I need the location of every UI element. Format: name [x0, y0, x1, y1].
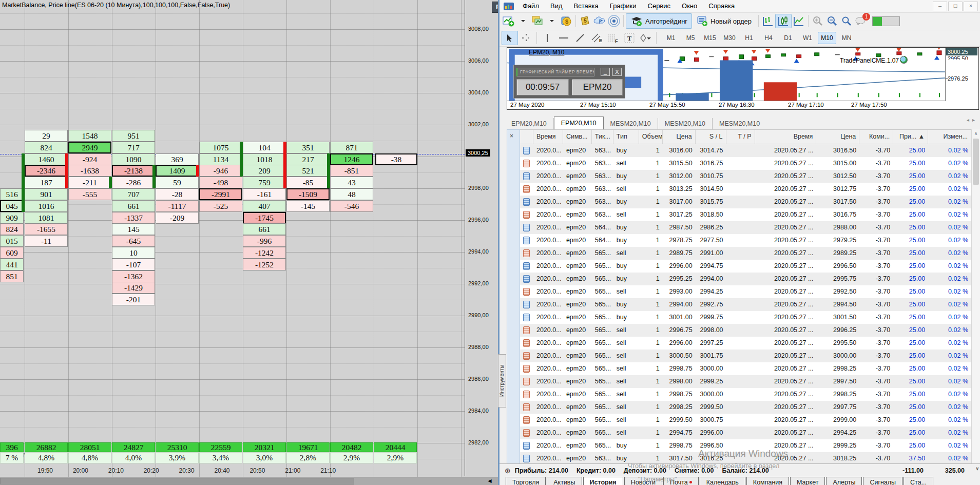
horizontal-line-tool-icon[interactable]: [555, 31, 572, 45]
table-row[interactable]: 2020.0...epm20565...buy12995.252994.0020…: [520, 273, 971, 285]
zoom-in-icon[interactable]: [811, 14, 825, 28]
column-header[interactable]: Объем: [639, 130, 663, 144]
profiles-dropdown-icon[interactable]: [545, 14, 559, 28]
minimize-icon[interactable]: –: [933, 2, 947, 11]
chart-window[interactable]: EPM20, M10 TradePanelCME.1.07 ГРАФИЧЕСКИ…: [507, 47, 979, 110]
column-header[interactable]: Цена: [816, 130, 859, 144]
toolbox-tab-сигналы[interactable]: Сигналы: [863, 477, 902, 485]
timeframe-w1[interactable]: W1: [798, 32, 817, 44]
chart-dropdown-icon[interactable]: [516, 14, 530, 28]
tab-scroll-arrows[interactable]: ◂▸: [967, 117, 978, 123]
price-chart[interactable]: MarketBalance, Price line(ES 06-20 (10 М…: [0, 0, 465, 485]
column-header[interactable]: Коми...: [859, 130, 893, 144]
text-tool-icon[interactable]: T: [621, 31, 638, 45]
column-header[interactable]: Тип: [613, 130, 639, 144]
timeframe-h1[interactable]: H1: [740, 32, 758, 44]
column-header[interactable]: Цена: [663, 130, 696, 144]
table-row[interactable]: 2020.0...epm20565...sell12998.002999.252…: [520, 375, 971, 388]
chart-tab[interactable]: EPM20,M10: [505, 118, 554, 129]
table-row[interactable]: 2020.0...epm20565...sell12996.752998.002…: [520, 324, 971, 337]
menu-item[interactable]: Вид: [545, 0, 568, 12]
menu-item[interactable]: Графики: [604, 0, 642, 12]
column-header[interactable]: Тик...: [592, 130, 613, 144]
table-row[interactable]: 2020.0...epm20563...sell13015.503016.752…: [520, 157, 971, 170]
table-row[interactable]: 2020.0...epm20565...sell13000.503001.752…: [520, 350, 971, 362]
market-watch-icon[interactable]: $: [559, 14, 573, 28]
timer-minimize-icon[interactable]: _: [601, 68, 610, 76]
toolbox-tab-активы[interactable]: Активы: [547, 477, 582, 485]
toolbox-tab-календарь[interactable]: Календарь: [700, 477, 745, 485]
price-axis[interactable]: 3000,25 3008,003006,003004,003002,002998…: [465, 0, 498, 476]
restore-icon[interactable]: □: [948, 2, 963, 11]
table-row[interactable]: 2020.0...epm20565...buy12996.002994.7520…: [520, 260, 971, 273]
toolbox-tab-история[interactable]: История: [583, 477, 623, 485]
tools-vertical-tab[interactable]: Инструменты: [498, 354, 506, 408]
vertical-line-tool-icon[interactable]: [539, 31, 555, 45]
scroll-down-icon[interactable]: ∨: [975, 466, 979, 471]
fibonacci-tool-icon[interactable]: F: [605, 31, 621, 45]
chart-tab[interactable]: MESM20,M10: [713, 118, 766, 129]
table-row[interactable]: 2020.0...epm20563...buy13012.003010.7520…: [520, 170, 971, 183]
close-icon[interactable]: ×: [964, 2, 978, 11]
timeframe-d1[interactable]: D1: [779, 32, 797, 44]
table-row[interactable]: 2020.0...epm20565...sell12994.752996.002…: [520, 426, 971, 439]
timeframe-m5[interactable]: M5: [681, 32, 700, 44]
expand-icon[interactable]: ⊕: [505, 467, 511, 475]
search-icon[interactable]: [839, 14, 854, 28]
trendline-tool-icon[interactable]: [572, 31, 588, 45]
toolbox-tab-ста...[interactable]: Ста...: [904, 477, 933, 485]
volumes-icon[interactable]: [665, 49, 819, 101]
column-header[interactable]: Время: [533, 130, 563, 144]
timeframe-m10[interactable]: M10: [818, 32, 836, 44]
column-header[interactable]: Измен...: [928, 130, 971, 144]
chart-tab[interactable]: MESM20,M10: [658, 118, 713, 129]
candlestick-type-icon[interactable]: [775, 14, 792, 28]
navigator-icon[interactable]: [592, 14, 607, 28]
toolbox-close-icon[interactable]: ×: [510, 132, 513, 140]
scroll-thumb[interactable]: [973, 139, 979, 185]
chart-time-axis[interactable]: 27 May 202027 May 15:1027 May 15:5027 Ma…: [507, 101, 946, 109]
column-header[interactable]: S / L: [696, 130, 726, 144]
table-row[interactable]: 2020.0...epm20565...buy13001.002999.7520…: [520, 311, 971, 324]
toolbox-tab-маркет[interactable]: Маркет: [790, 477, 825, 485]
table-row[interactable]: 2020.0...epm20564...buy12987.502986.2520…: [520, 221, 971, 234]
column-header[interactable]: T / P: [726, 130, 755, 144]
timeframe-m15[interactable]: M15: [701, 32, 719, 44]
table-row[interactable]: 2020.0...epm20563...sell13017.253018.502…: [520, 208, 971, 221]
comments-icon[interactable]: 1: [854, 14, 868, 28]
table-row[interactable]: 2020.0...epm20565...sell12999.503000.752…: [520, 414, 971, 426]
timeframe-mn[interactable]: MN: [837, 32, 856, 44]
channel-tool-icon[interactable]: E: [588, 31, 605, 45]
menu-item[interactable]: Справка: [703, 0, 740, 12]
line-chart-type-icon[interactable]: [792, 14, 806, 28]
table-row[interactable]: 2020.0...epm20565...sell12989.752991.002…: [520, 247, 971, 260]
table-row[interactable]: 2020.0...epm20563...buy13016.003014.7520…: [520, 144, 971, 157]
new-order-button[interactable]: Новый ордер: [692, 13, 756, 29]
menu-item[interactable]: Сервис: [642, 0, 677, 12]
timeframe-m1[interactable]: M1: [662, 32, 680, 44]
toolbox-tab-алерты[interactable]: Алерты: [826, 477, 862, 485]
chart-tab[interactable]: EPM20,M10: [554, 117, 604, 129]
scrollbar-left-icon[interactable]: ◄: [487, 477, 493, 485]
table-row[interactable]: 2020.0...epm20563...buy13017.003015.7520…: [520, 196, 971, 208]
scrollbar-thumb[interactable]: [0, 478, 354, 484]
profiles-icon[interactable]: [530, 14, 545, 28]
column-header[interactable]: Симв...: [563, 130, 592, 144]
trade-panel-icon[interactable]: [900, 56, 908, 64]
column-header[interactable]: При... ▲: [893, 130, 928, 144]
column-header[interactable]: [520, 130, 533, 144]
table-row[interactable]: 2020.0...epm20563...sell13013.253014.502…: [520, 183, 971, 196]
timer-close-icon[interactable]: X: [612, 68, 622, 76]
table-row[interactable]: 2020.0...epm20565...sell12998.252999.502…: [520, 401, 971, 414]
cursor-tool-icon[interactable]: [502, 31, 518, 45]
column-header[interactable]: Время: [755, 130, 817, 144]
algo-trading-button[interactable]: Алготрейдинг: [626, 13, 692, 29]
table-row[interactable]: 2020.0...epm20565...sell12993.002994.252…: [520, 285, 971, 298]
table-row[interactable]: 2020.0...epm20565...buy12994.002992.7520…: [520, 298, 971, 311]
toolbox-tab-компания[interactable]: Компания: [746, 477, 789, 485]
table-row[interactable]: 2020.0...epm20565...sell12998.753000.002…: [520, 388, 971, 401]
history-table[interactable]: ВремяСимв...Тик...ТипОбъемЦенаS / LT / P…: [520, 129, 971, 464]
toolbox-tab-торговля[interactable]: Торговля: [506, 477, 546, 485]
timeframe-h4[interactable]: H4: [759, 32, 778, 44]
zoom-out-icon[interactable]: [825, 14, 839, 28]
